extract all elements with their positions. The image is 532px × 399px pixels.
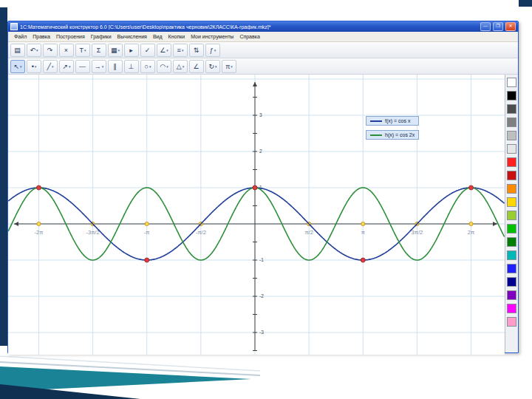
parallel-tool[interactable]: ∥ xyxy=(108,60,123,73)
swatch-yellow[interactable] xyxy=(507,197,516,207)
minimize-button[interactable]: — xyxy=(480,22,491,31)
swatch-dark-red[interactable] xyxy=(507,171,516,180)
legend: f(x) = cos x h(x) = cos 2x xyxy=(366,116,419,140)
presentation-slide: 1С:Математический конструктор 6.0 [C:\Us… xyxy=(0,0,532,399)
menu-item[interactable]: Вид xyxy=(150,34,166,39)
chevron-down-icon: ▾ xyxy=(183,64,185,69)
legend-line-sample xyxy=(370,120,382,122)
graph-canvas[interactable]: 321-1-2-3-2π-3π/2-π-π/2π/2π3π/22π f(x) =… xyxy=(8,75,505,355)
tool-icon: × xyxy=(64,47,68,54)
maximize-button[interactable]: ❐ xyxy=(493,22,503,31)
list-tool[interactable]: ≡▾ xyxy=(173,44,188,57)
menu-item[interactable]: Графики xyxy=(88,34,115,39)
tool-icon: ≡ xyxy=(177,47,181,54)
legend-label: f(x) = cos x xyxy=(385,118,410,123)
text-tool[interactable]: T▾ xyxy=(75,44,90,57)
chevron-down-icon: ▾ xyxy=(35,64,37,69)
chevron-down-icon: ▾ xyxy=(182,48,184,52)
slide-left-accent-bar xyxy=(0,7,7,346)
swatch-blue[interactable] xyxy=(507,264,516,273)
function-tool[interactable]: ƒ▾ xyxy=(205,44,220,57)
check-tool[interactable]: ✓ xyxy=(140,44,155,57)
measure-tool[interactable]: ∠▾ xyxy=(157,44,171,57)
work-area: 321-1-2-3-2π-3π/2-π-π/2π/2π3π/22π f(x) =… xyxy=(8,75,518,352)
window-title: 1С:Математический конструктор 6.0 [C:\Us… xyxy=(20,24,478,30)
chevron-down-icon: ▾ xyxy=(118,48,120,52)
formula-tool[interactable]: Σ xyxy=(92,44,106,57)
vector-tool[interactable]: →▾ xyxy=(92,60,106,73)
menu-item[interactable]: Справка xyxy=(236,34,262,39)
svg-text:-3: -3 xyxy=(259,330,264,335)
tool-icon: ∠ xyxy=(193,63,199,70)
swatch-pink[interactable] xyxy=(507,317,516,327)
tool-icon: ◠ xyxy=(160,63,166,70)
tool-icon: — xyxy=(79,63,86,70)
pi-graph-tool[interactable]: π▾ xyxy=(222,60,236,73)
swatch-dark-gray[interactable] xyxy=(507,104,516,114)
point-tool[interactable]: •▾ xyxy=(27,60,41,73)
swatch-light-gray[interactable] xyxy=(507,131,516,140)
tool-icon: ⇅ xyxy=(194,47,200,54)
line-tool[interactable]: — xyxy=(75,60,90,73)
tool-icon: • xyxy=(32,63,34,70)
tool-icon: ↷ xyxy=(47,47,53,54)
menu-item[interactable]: Файл xyxy=(11,34,30,39)
tool-icon: ⊥ xyxy=(129,63,134,70)
select-tool[interactable]: ↖▾ xyxy=(10,60,25,73)
menu-item[interactable]: Кнопки xyxy=(166,34,188,39)
save-tool[interactable]: ▤ xyxy=(10,44,25,57)
title-bar[interactable]: 1С:Математический конструктор 6.0 [C:\Us… xyxy=(8,21,518,32)
close-button[interactable]: ✕ xyxy=(505,22,516,31)
legend-item[interactable]: h(x) = cos 2x xyxy=(366,130,419,140)
play-tool[interactable]: ▸ xyxy=(124,44,139,57)
swatch-orange[interactable] xyxy=(507,184,516,194)
swatch-green[interactable] xyxy=(507,224,516,233)
rotate-tool[interactable]: ↻▾ xyxy=(205,60,220,73)
tool-icon: ╱ xyxy=(47,63,51,70)
swatch-teal[interactable] xyxy=(507,250,516,260)
chevron-down-icon: ▾ xyxy=(36,48,38,52)
plot: 321-1-2-3-2π-3π/2-π-π/2π/2π3π/22π xyxy=(8,75,505,355)
swatch-silver[interactable] xyxy=(507,144,516,154)
table-tool[interactable]: ▦▾ xyxy=(108,44,123,57)
svg-text:2π: 2π xyxy=(468,229,474,236)
swatch-purple[interactable] xyxy=(507,290,516,300)
segment-tool[interactable]: ╱▾ xyxy=(43,60,58,73)
redo-tool[interactable]: ↷ xyxy=(43,44,58,57)
swatch-magenta[interactable] xyxy=(507,304,516,313)
arc-tool[interactable]: ◠▾ xyxy=(157,60,171,73)
swatch-black[interactable] xyxy=(507,91,516,100)
polygon-tool[interactable]: △▾ xyxy=(173,60,188,73)
sort-tool[interactable]: ⇅ xyxy=(189,44,204,57)
legend-label: h(x) = cos 2x xyxy=(385,132,415,137)
angle-tool[interactable]: ∠ xyxy=(189,60,204,73)
tool-icon: ✓ xyxy=(145,47,151,54)
ray-tool[interactable]: ↗▾ xyxy=(59,60,74,73)
chevron-down-icon: ▾ xyxy=(215,64,217,69)
tool-icon: ↻ xyxy=(208,63,214,70)
swatch-yellow-green[interactable] xyxy=(507,211,516,220)
delete-tool[interactable]: × xyxy=(59,44,74,57)
legend-item[interactable]: f(x) = cos x xyxy=(366,116,419,126)
chevron-down-icon: ▾ xyxy=(214,48,216,52)
menu-item[interactable]: Мои инструменты xyxy=(188,34,236,39)
swatch-red[interactable] xyxy=(507,157,516,167)
toolbar-main: ▤ ↶▾ ↷ × T▾ Σ ▦▾ ▸ ✓ ∠▾ ≡▾ ⇅ xyxy=(8,42,518,58)
menu-item[interactable]: Вычисления xyxy=(115,34,150,39)
chevron-down-icon: ▾ xyxy=(149,64,151,69)
svg-text:-π: -π xyxy=(144,229,150,236)
svg-text:-2: -2 xyxy=(259,293,264,299)
swatch-dark-green[interactable] xyxy=(507,237,516,247)
undo-tool[interactable]: ↶▾ xyxy=(27,44,41,57)
menu-item[interactable]: Построения xyxy=(53,34,88,39)
swatch-white[interactable] xyxy=(507,78,516,87)
svg-text:3π/2: 3π/2 xyxy=(412,229,423,236)
tool-icon: Σ xyxy=(97,47,101,54)
circle-tool[interactable]: ○▾ xyxy=(140,60,155,73)
tool-icon: → xyxy=(95,63,101,70)
menu-item[interactable]: Правка xyxy=(30,34,53,39)
swatch-navy[interactable] xyxy=(507,277,516,287)
perpendicular-tool[interactable]: ⊥ xyxy=(124,60,139,73)
swatch-gray[interactable] xyxy=(507,117,516,127)
tool-icon: ○ xyxy=(145,63,149,70)
